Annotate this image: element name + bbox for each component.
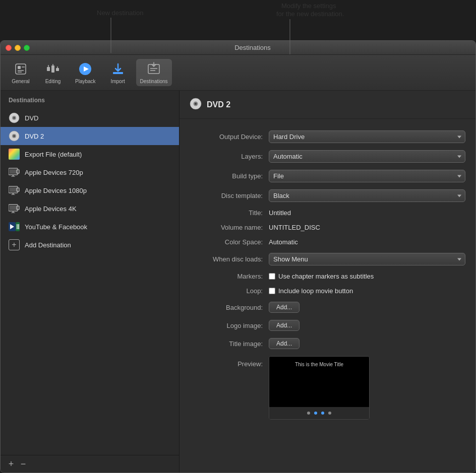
svg-rect-36 — [11, 194, 15, 195]
svg-rect-35 — [12, 193, 14, 194]
svg-rect-34 — [10, 187, 17, 192]
sidebar-header: Destinations — [1, 91, 179, 107]
logo-image-label: Logo image: — [190, 322, 263, 329]
markers-row: Markers: Use chapter markers as subtitle… — [190, 269, 465, 284]
editing-label: Editing — [45, 79, 61, 84]
toolbar-btn-playback[interactable]: Playback — [71, 59, 100, 86]
when-disc-loads-label: When disc loads: — [190, 255, 263, 263]
layers-label: Layers: — [190, 153, 263, 160]
new-destination-annotation: New destination — [97, 9, 144, 17]
svg-rect-2 — [16, 64, 26, 74]
toolbar-btn-editing[interactable]: Editing — [39, 59, 67, 86]
add-item-button[interactable]: + — [6, 458, 17, 469]
playback-label: Playback — [75, 79, 96, 84]
svg-point-22 — [14, 117, 15, 118]
loop-label: Loop: — [190, 287, 263, 295]
sidebar-item-apple-1080p-label: Apple Devices 1080p — [25, 187, 87, 194]
svg-rect-42 — [11, 213, 15, 213]
svg-rect-15 — [113, 72, 123, 74]
svg-rect-32 — [18, 171, 19, 173]
sidebar-item-apple-1080p[interactable]: Apple Devices 1080p — [1, 181, 179, 199]
markers-checkbox-text: Use chapter markers as subtitles — [278, 273, 374, 280]
loop-checkbox[interactable] — [269, 288, 275, 294]
general-icon — [13, 61, 29, 77]
sidebar: Destinations DVD — [1, 91, 180, 472]
loop-checkbox-text: Include loop movie button — [278, 287, 353, 295]
sidebar-item-apple-720p[interactable]: Apple Devices 720p — [1, 163, 179, 181]
preview-controls — [269, 407, 369, 419]
main-window: Destinations General — [0, 40, 476, 473]
sidebar-item-export-label: Export File (default) — [25, 151, 82, 158]
svg-point-53 — [195, 103, 196, 104]
svg-rect-3 — [18, 66, 21, 69]
sidebar-item-apple-720p-label: Apple Devices 720p — [25, 169, 83, 176]
import-icon — [110, 61, 126, 77]
svg-point-26 — [14, 136, 15, 137]
maximize-button[interactable] — [24, 45, 30, 51]
editing-icon — [45, 61, 61, 77]
sidebar-footer: + − — [1, 455, 179, 472]
svg-rect-7 — [47, 67, 50, 71]
when-disc-loads-select[interactable]: Show Menu Play Movie — [269, 253, 465, 265]
playback-icon — [77, 61, 93, 77]
sidebar-item-export[interactable]: Export File (default) — [1, 145, 179, 163]
titlebar: Destinations — [1, 41, 475, 55]
loop-row: Loop: Include loop movie button — [190, 284, 465, 298]
loop-checkbox-label[interactable]: Include loop movie button — [269, 287, 353, 295]
layers-select-wrapper: Automatic Single Layer Dual Layer — [269, 150, 465, 163]
close-button[interactable] — [6, 45, 12, 51]
svg-rect-9 — [56, 68, 59, 71]
sidebar-item-youtube[interactable]: YouTube & Facebook — [1, 218, 179, 236]
disc-template-select[interactable]: Black White Custom — [269, 189, 465, 202]
when-disc-loads-row: When disc loads: Show Menu Play Movie — [190, 249, 465, 269]
background-label: Background: — [190, 304, 263, 311]
toolbar-btn-import[interactable]: Import — [104, 59, 132, 86]
disc-template-row: Disc template: Black White Custom — [190, 186, 465, 206]
sidebar-list: DVD DVD 2 — [1, 107, 179, 455]
toolbar-btn-general[interactable]: General — [7, 59, 35, 86]
export-icon — [9, 149, 20, 160]
preview-play-icon[interactable] — [307, 412, 310, 415]
preview-dot3 — [328, 412, 331, 415]
apple-device-720p-icon — [9, 167, 20, 178]
sidebar-item-add-destination[interactable]: + Add Destination — [1, 236, 179, 254]
title-image-add-button[interactable]: Add... — [269, 338, 300, 349]
svg-rect-40 — [10, 206, 17, 210]
background-add-button[interactable]: Add... — [269, 302, 300, 313]
sidebar-item-dvd2-label: DVD 2 — [25, 132, 44, 140]
toolbar: General Editing — [1, 55, 475, 91]
toolbar-btn-destinations[interactable]: Destinations — [136, 59, 172, 86]
title-value: Untitled — [269, 209, 465, 217]
color-space-label: Color Space: — [190, 238, 263, 246]
output-device-label: Output Device: — [190, 133, 263, 141]
title-field-label: Title: — [190, 209, 263, 217]
build-type-select-wrapper: File Disc — [269, 170, 465, 182]
markers-checkbox[interactable] — [269, 273, 275, 280]
markers-checkbox-label[interactable]: Use chapter markers as subtitles — [269, 273, 374, 280]
title-image-row: Title image: Add... — [190, 334, 465, 353]
when-disc-loads-select-wrapper: Show Menu Play Movie — [269, 253, 465, 265]
detail-header: DVD 2 — [180, 91, 475, 119]
layers-select[interactable]: Automatic Single Layer Dual Layer — [269, 150, 465, 163]
window-title: Destinations — [35, 44, 470, 51]
remove-item-button[interactable]: − — [18, 458, 29, 469]
svg-rect-29 — [12, 175, 14, 176]
logo-image-row: Logo image: Add... — [190, 316, 465, 334]
preview-row: Preview: This is the Movie Title — [190, 353, 465, 423]
destinations-icon — [146, 61, 162, 77]
sidebar-item-dvd[interactable]: DVD — [1, 109, 179, 127]
sidebar-item-dvd2[interactable]: DVD 2 — [1, 127, 179, 145]
minimize-button[interactable] — [15, 45, 21, 51]
general-label: General — [12, 79, 30, 84]
markers-label: Markers: — [190, 273, 263, 280]
sidebar-item-apple-4k[interactable]: Apple Devices 4K — [1, 199, 179, 218]
output-device-select[interactable]: Hard Drive DVD Burner — [269, 130, 465, 143]
logo-image-add-button[interactable]: Add... — [269, 320, 300, 331]
build-type-select[interactable]: File Disc — [269, 170, 465, 182]
layers-row: Layers: Automatic Single Layer Dual Laye… — [190, 147, 465, 166]
detail-form: Output Device: Hard Drive DVD Burner Lay… — [180, 119, 475, 431]
output-device-select-wrapper: Hard Drive DVD Burner — [269, 130, 465, 143]
sidebar-item-apple-4k-label: Apple Devices 4K — [25, 205, 77, 213]
modify-settings-annotation-line2: for the new destination. — [276, 10, 344, 18]
preview-video: This is the Movie Title — [269, 357, 369, 407]
